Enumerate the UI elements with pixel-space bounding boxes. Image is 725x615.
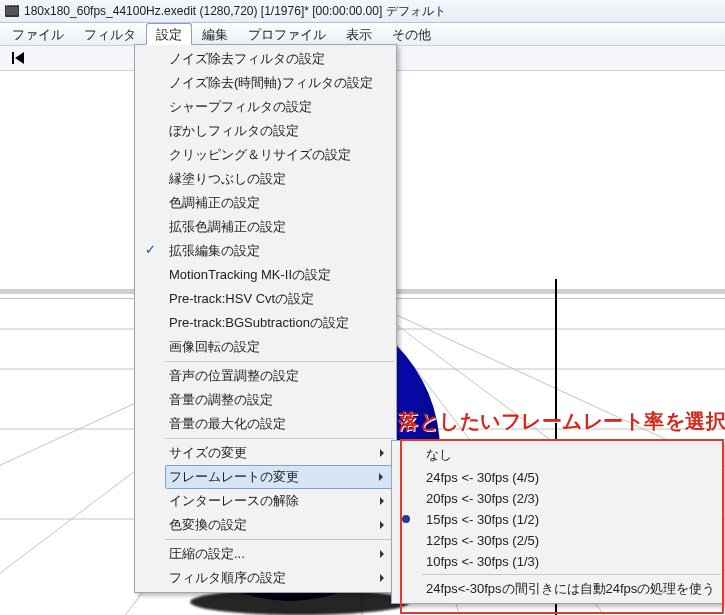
menu-item[interactable]: 色変換の設定 <box>165 513 394 537</box>
menu-item[interactable]: インターレースの解除 <box>165 489 394 513</box>
menu-表示[interactable]: 表示 <box>336 23 382 45</box>
menu-item[interactable]: サイズの変更 <box>165 441 394 465</box>
submenu-item[interactable]: 24fps<-30fpsの間引きには自動24fpsの処理を使う <box>422 577 720 601</box>
menu-item[interactable]: 拡張色調補正の設定 <box>165 215 394 239</box>
menu-separator <box>165 438 394 439</box>
menu-item[interactable]: クリッピング＆リサイズの設定 <box>165 143 394 167</box>
menu-item[interactable]: フレームレートの変更 <box>165 465 394 489</box>
menu-separator <box>165 361 394 362</box>
menu-フィルタ[interactable]: フィルタ <box>74 23 146 45</box>
svg-marker-7 <box>15 52 24 64</box>
annotation-text: 落としたいフレームレート率を選択 <box>398 408 725 435</box>
submenu-item[interactable]: 12fps <- 30fps (2/5) <box>422 530 720 551</box>
menu-設定[interactable]: 設定 <box>146 23 192 45</box>
app-icon <box>4 3 20 19</box>
menu-item[interactable]: 拡張編集の設定✓ <box>165 239 394 263</box>
submenu-item[interactable]: 15fps <- 30fps (1/2) <box>422 509 720 530</box>
check-icon: ✓ <box>143 242 157 256</box>
framerate-submenu[interactable]: なし24fps <- 30fps (4/5)20fps <- 30fps (2/… <box>391 440 723 604</box>
menu-item[interactable]: 圧縮の設定... <box>165 542 394 566</box>
menu-プロファイル[interactable]: プロファイル <box>238 23 336 45</box>
submenu-item[interactable]: 20fps <- 30fps (2/3) <box>422 488 720 509</box>
menu-編集[interactable]: 編集 <box>192 23 238 45</box>
menu-ファイル[interactable]: ファイル <box>2 23 74 45</box>
menu-item[interactable]: 音声の位置調整の設定 <box>165 364 394 388</box>
menu-item[interactable]: フィルタ順序の設定 <box>165 566 394 590</box>
submenu-item[interactable]: なし <box>422 443 720 467</box>
menu-item[interactable]: 色調補正の設定 <box>165 191 394 215</box>
menu-item[interactable]: ぼかしフィルタの設定 <box>165 119 394 143</box>
menu-separator <box>165 539 394 540</box>
menu-item[interactable]: MotionTracking MK-IIの設定 <box>165 263 394 287</box>
submenu-item[interactable]: 10fps <- 30fps (1/3) <box>422 551 720 572</box>
menu-item[interactable]: Pre-track:BGSubtractionの設定 <box>165 311 394 335</box>
app-window: 180x180_60fps_44100Hz.exedit (1280,720) … <box>0 0 725 615</box>
menu-item[interactable]: 音量の最大化の設定 <box>165 412 394 436</box>
svg-rect-6 <box>12 52 14 64</box>
svg-rect-5 <box>15 5 17 6</box>
menu-separator <box>422 574 720 575</box>
svg-rect-4 <box>12 5 14 6</box>
svg-rect-3 <box>9 5 11 6</box>
rewind-icon <box>10 50 26 66</box>
settings-dropdown[interactable]: ノイズ除去フィルタの設定ノイズ除去(時間軸)フィルタの設定シャープフィルタの設定… <box>134 44 397 593</box>
submenu-item[interactable]: 24fps <- 30fps (4/5) <box>422 467 720 488</box>
menu-その他[interactable]: その他 <box>382 23 441 45</box>
menu-item[interactable]: 音量の調整の設定 <box>165 388 394 412</box>
menu-item[interactable]: シャープフィルタの設定 <box>165 95 394 119</box>
rewind-button[interactable] <box>6 47 30 69</box>
menu-item[interactable]: 画像回転の設定 <box>165 335 394 359</box>
titlebar: 180x180_60fps_44100Hz.exedit (1280,720) … <box>0 0 725 23</box>
menu-item[interactable]: ノイズ除去フィルタの設定 <box>165 47 394 71</box>
menu-item[interactable]: ノイズ除去(時間軸)フィルタの設定 <box>165 71 394 95</box>
svg-rect-1 <box>6 7 18 15</box>
window-title: 180x180_60fps_44100Hz.exedit (1280,720) … <box>24 3 446 20</box>
menubar: ファイルフィルタ設定編集プロファイル表示その他 <box>0 23 725 46</box>
radio-dot-icon <box>402 515 410 523</box>
menu-item[interactable]: Pre-track:HSV Cvtの設定 <box>165 287 394 311</box>
svg-rect-2 <box>6 5 8 6</box>
menu-item[interactable]: 縁塗りつぶしの設定 <box>165 167 394 191</box>
